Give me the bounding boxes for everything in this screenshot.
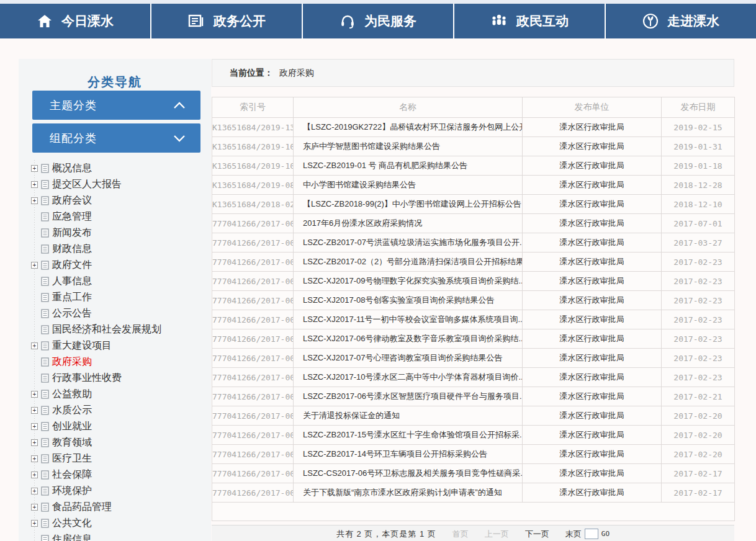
tree-item[interactable]: 社会保障 xyxy=(31,467,211,483)
row-title-link[interactable]: LSZC-XJ2017-11号一初中等校会议室音响多媒体系统项目询... xyxy=(294,310,523,329)
tree-item[interactable]: 概况信息 xyxy=(31,160,211,176)
expand-plus-icon[interactable] xyxy=(31,520,38,527)
tree-item[interactable]: 公益救助 xyxy=(31,386,211,402)
tree-item-label: 财政信息 xyxy=(52,243,92,256)
page-number-input[interactable] xyxy=(585,529,598,539)
expand-plus-icon[interactable] xyxy=(31,439,38,446)
document-icon xyxy=(41,470,49,480)
tree-item-label: 重大建设项目 xyxy=(52,339,112,352)
expand-plus-icon[interactable] xyxy=(31,197,38,204)
row-title-link[interactable]: 关于清退投标保证金的通知 xyxy=(294,406,523,426)
row-title-link[interactable]: LSZC-CS2017-06号环卫标志服及相关服务项目竞争性磋商采... xyxy=(294,464,523,483)
row-index: 777041266/2017-00027 xyxy=(212,272,294,291)
row-title-link[interactable]: LSZC-XJ2017-09号物理数字化探究实验系统项目询价采购结... xyxy=(294,272,523,291)
page-summary: 共有 2 页，本页是第 1 页 xyxy=(336,529,436,540)
row-title-link[interactable]: LSZC-ZB2019-01 号 商品有机肥采购结果公告 xyxy=(294,156,523,176)
expand-plus-icon[interactable] xyxy=(31,488,38,494)
document-icon xyxy=(41,325,49,334)
tree-item[interactable]: 应急管理 xyxy=(31,208,211,225)
expand-plus-icon[interactable] xyxy=(31,262,38,269)
theme-category-toggle[interactable]: 主题分类 xyxy=(32,91,200,120)
tree-item[interactable]: 人事信息 xyxy=(31,273,211,289)
tree-item[interactable]: 国民经济和社会发展规划 xyxy=(31,321,211,338)
row-title-link[interactable]: 关于下载新版“南京市溧水区政府采购计划申请表”的通知 xyxy=(294,483,523,503)
next-page-link[interactable]: 下一页 xyxy=(525,529,549,540)
prev-page-link[interactable]: 上一页 xyxy=(485,529,509,540)
row-publisher: 溧水区行政审批局 xyxy=(523,349,662,368)
tree-item[interactable]: 提交区人大报告 xyxy=(31,176,211,192)
expand-plus-icon[interactable] xyxy=(31,455,38,462)
go-button[interactable]: GO xyxy=(601,530,610,538)
row-title-link[interactable]: 中小学图书馆建设采购结果公告 xyxy=(294,176,523,195)
row-title-link[interactable]: LSZC-XJ2017-08号创客实验室项目询价采购结果公告 xyxy=(294,291,523,310)
table-row: 777041266/2017-00014 LSZC-CS2017-06号环卫标志… xyxy=(212,464,735,483)
tree-item[interactable]: 新闻发布 xyxy=(31,225,211,241)
tree-item-label: 医疗卫生 xyxy=(52,452,92,465)
document-icon xyxy=(41,454,49,463)
tree-item[interactable]: 医疗卫生 xyxy=(31,450,211,467)
tree-item[interactable]: 公共文化 xyxy=(31,515,211,531)
tree-item[interactable]: 政府会议 xyxy=(31,192,211,208)
expand-plus-icon[interactable] xyxy=(31,472,38,478)
row-title-link[interactable]: LSZC-XJ2017-10号溧水区二高中等中小学体育器材项目询价... xyxy=(294,368,523,387)
tree-item-label: 人事信息 xyxy=(52,275,92,288)
tree-item[interactable]: 重大建设项目 xyxy=(31,338,211,354)
tree-item[interactable]: 环境保护 xyxy=(31,483,211,499)
tree-item[interactable]: 财政信息 xyxy=(31,241,211,257)
row-title-link[interactable]: LSZC-ZB2017-07号洪蓝镇垃圾清运实施市场化服务项目公开... xyxy=(294,233,523,253)
row-title-link[interactable]: LSZC-XJ2017-07号心理咨询教室项目询价采购结果公告 xyxy=(294,349,523,368)
row-title-link[interactable]: LSZC-ZB2017-15号溧水区红十字生命体验馆项目公开招标采... xyxy=(294,426,523,445)
row-title-link[interactable]: LSZC-ZB2017-06号溧水区智慧医疗项目硬件平台与服务项目... xyxy=(294,387,523,406)
row-title-link[interactable]: 2017年6月份溧水区政府采购情况 xyxy=(294,214,523,233)
tree-item[interactable]: 公示公告 xyxy=(31,305,211,321)
tree-item-label: 新闻发布 xyxy=(52,226,92,239)
tree-item[interactable]: 食品药品管理 xyxy=(31,499,211,515)
expand-plus-icon[interactable] xyxy=(31,504,38,511)
tree-item-label: 国民经济和社会发展规划 xyxy=(52,323,161,336)
table-row: K13651684/2018-02879 【LSZC-ZB2018-99(2)】… xyxy=(212,195,735,214)
tree-item[interactable]: 重点工作 xyxy=(31,289,211,305)
nav-item-about-lishui[interactable]: 走进溧水 xyxy=(606,4,756,38)
table-row: 777041266/2017-00026 LSZC-XJ2017-08号创客实验… xyxy=(212,291,735,310)
expand-plus-icon[interactable] xyxy=(31,407,38,414)
nav-item-public-service[interactable]: 为民服务 xyxy=(303,4,454,38)
tree-item[interactable]: 水质公示 xyxy=(31,402,211,418)
row-title-link[interactable]: 东庐中学智慧图书馆建设采购结果公告 xyxy=(294,137,523,156)
tree-item[interactable]: 住房信息 xyxy=(31,531,211,541)
tree-item-label: 创业就业 xyxy=(52,420,92,433)
row-index: 777041266/2017-00032 xyxy=(212,214,294,233)
nav-item-label: 政民互动 xyxy=(516,12,569,30)
expand-plus-icon[interactable] xyxy=(31,342,38,349)
breadcrumb-current: 政府采购 xyxy=(279,68,314,79)
nav-item-interaction[interactable]: 政民互动 xyxy=(454,4,606,38)
expand-plus-icon[interactable] xyxy=(31,181,38,188)
row-date: 2019-01-31 xyxy=(662,137,735,156)
row-title-link[interactable]: 【LSZC-2019GK2722】晶桥镇农村环卫保洁服务外包网上公开... xyxy=(294,118,523,137)
expand-plus-icon[interactable] xyxy=(31,165,38,172)
tree-item[interactable]: 行政事业性收费 xyxy=(31,370,211,386)
nav-item-gov-disclosure[interactable]: 政务公开 xyxy=(151,4,303,38)
row-publisher: 溧水区行政审批局 xyxy=(523,291,662,310)
first-page-link[interactable]: 首页 xyxy=(452,529,469,540)
row-date: 2017-02-20 xyxy=(662,445,735,464)
group-category-toggle[interactable]: 组配分类 xyxy=(32,123,200,153)
tree-item[interactable]: 教育领域 xyxy=(31,434,211,450)
expand-plus-icon[interactable] xyxy=(31,423,38,430)
row-index: 777041266/2017-00029 xyxy=(212,310,294,329)
row-date: 2018-12-28 xyxy=(662,176,735,195)
tree-item[interactable]: 创业就业 xyxy=(31,418,211,434)
last-page-link[interactable]: 末页 xyxy=(565,529,582,540)
row-title-link[interactable]: LSZC-ZB2017-02（2）号部分道路清扫保洁项目公开招标结果... xyxy=(294,253,523,272)
nav-item-today-lishui[interactable]: 今日溧水 xyxy=(0,4,151,38)
row-title-link[interactable]: 【LSZC-ZB2018-99(2)】中小学图书馆建设网上公开招标公告 xyxy=(294,195,523,214)
row-title-link[interactable]: LSZC-ZB2017-14号环卫车辆项目公开招标采购公告 xyxy=(294,445,523,464)
tree-item[interactable]: 政府采购 xyxy=(31,354,211,370)
row-index: 777041266/2017-00019 xyxy=(212,426,294,445)
category-sidebar: 分类导航 主题分类 组配分类 概况信息 提交区人大报告 政府会议 xyxy=(19,59,211,541)
row-title-link[interactable]: LSZC-XJ2017-06号律动教室及数字音乐教室项目询价采购结... xyxy=(294,329,523,349)
row-index: K13651684/2019-13354 xyxy=(212,118,294,137)
tree-item-label: 社会保障 xyxy=(52,468,92,481)
expand-plus-icon[interactable] xyxy=(31,391,38,398)
document-icon xyxy=(41,390,49,399)
tree-item[interactable]: 政府文件 xyxy=(31,257,211,273)
